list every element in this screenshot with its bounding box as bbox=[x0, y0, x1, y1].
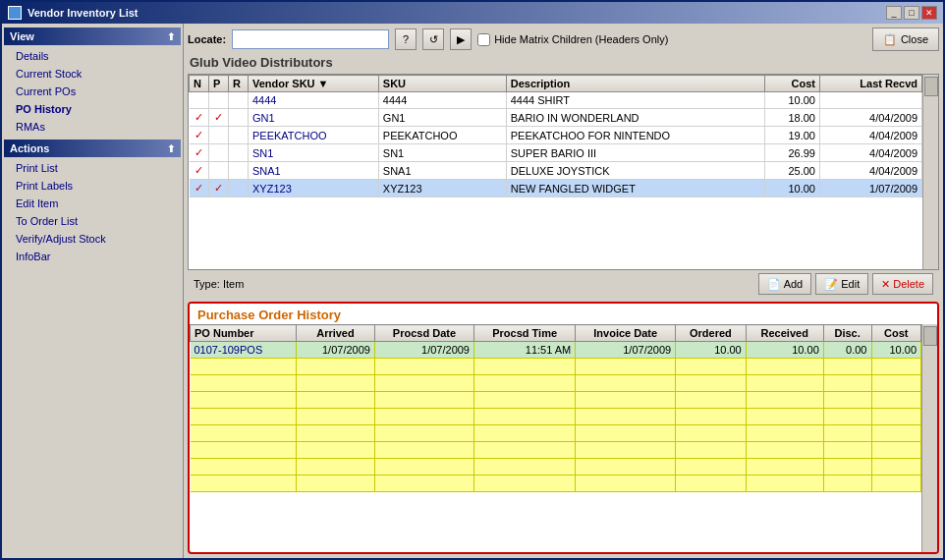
col-r[interactable]: R bbox=[229, 76, 249, 92]
cell-r bbox=[229, 92, 249, 109]
close-label: Close bbox=[901, 33, 928, 45]
po-col-cost[interactable]: Cost bbox=[871, 325, 921, 342]
po-col-procsd-time[interactable]: Procsd Time bbox=[473, 325, 575, 342]
main-panel: Locate: ? ↺ ▶ Hide Matrix Children (Head… bbox=[184, 24, 943, 558]
add-button[interactable]: 📄 Add bbox=[758, 273, 812, 295]
refresh-button[interactable]: ↺ bbox=[422, 28, 444, 50]
cell-r bbox=[229, 127, 249, 144]
sidebar-item-print-labels[interactable]: Print Labels bbox=[4, 177, 181, 195]
sidebar-item-current-stock[interactable]: Current Stock bbox=[4, 65, 181, 83]
po-cell-number: 0107-109POS bbox=[191, 342, 297, 359]
sidebar-item-details[interactable]: Details bbox=[4, 47, 181, 65]
po-table-row[interactable]: 0107-109POS 1/07/2009 1/07/2009 11:51 AM… bbox=[191, 342, 921, 359]
cell-n: ✓ bbox=[190, 144, 209, 162]
hide-matrix-checkbox[interactable] bbox=[477, 33, 490, 46]
cell-last-recvd: 4/04/2009 bbox=[819, 162, 921, 180]
type-label: Type: Item bbox=[194, 278, 244, 290]
toolbar: Locate: ? ↺ ▶ Hide Matrix Children (Head… bbox=[188, 28, 939, 51]
sidebar-item-current-pos[interactable]: Current POs bbox=[4, 83, 181, 100]
sidebar-item-po-history[interactable]: PO History bbox=[4, 100, 181, 118]
cell-p: ✓ bbox=[209, 180, 229, 197]
cell-p bbox=[209, 144, 229, 162]
table-row[interactable]: ✓ SN1 SN1 SUPER BARIO III 26.99 4/04/200… bbox=[190, 144, 922, 162]
cell-last-recvd: 1/07/2009 bbox=[819, 180, 921, 197]
cell-r bbox=[229, 162, 249, 180]
view-section-label: View bbox=[10, 30, 34, 42]
po-col-arrived[interactable]: Arrived bbox=[296, 325, 374, 342]
minimize-button[interactable]: _ bbox=[886, 6, 902, 20]
po-cell-disc: 0.00 bbox=[823, 342, 871, 359]
sidebar-item-verify-adjust[interactable]: Verify/Adjust Stock bbox=[4, 230, 181, 248]
window-controls: _ □ ✕ bbox=[886, 6, 937, 20]
po-col-number[interactable]: PO Number bbox=[191, 325, 297, 342]
cell-cost: 18.00 bbox=[764, 109, 819, 127]
action-button[interactable]: ▶ bbox=[450, 28, 472, 50]
table-row[interactable]: ✓ ✓ XYZ123 XYZ123 NEW FANGLED WIDGET 10.… bbox=[190, 180, 922, 197]
sidebar-item-edit-item[interactable]: Edit Item bbox=[4, 195, 181, 212]
table-row[interactable]: 4444 4444 4444 SHIRT 10.00 bbox=[190, 92, 922, 109]
inventory-table: N P R Vendor SKU ▼ SKU Description Cost … bbox=[189, 75, 922, 197]
po-cell-arrived: 1/07/2009 bbox=[296, 342, 374, 359]
po-col-invoice-date[interactable]: Invoice Date bbox=[576, 325, 676, 342]
sidebar-item-print-list[interactable]: Print List bbox=[4, 159, 181, 177]
cell-r bbox=[229, 144, 249, 162]
cell-n: ✓ bbox=[190, 109, 209, 127]
cell-cost: 25.00 bbox=[764, 162, 819, 180]
inventory-scrollbar[interactable] bbox=[922, 75, 938, 269]
cell-last-recvd: 4/04/2009 bbox=[819, 144, 921, 162]
window-icon bbox=[8, 6, 22, 20]
edit-button[interactable]: 📝 Edit bbox=[815, 273, 868, 295]
po-cell-procsd-date: 1/07/2009 bbox=[374, 342, 473, 359]
cell-vendor-sku: 4444 bbox=[249, 92, 379, 109]
cell-p bbox=[209, 162, 229, 180]
table-row[interactable]: ✓ ✓ GN1 GN1 BARIO IN WONDERLAND 18.00 4/… bbox=[190, 109, 922, 127]
po-cell-ordered: 10.00 bbox=[676, 342, 747, 359]
close-window-button[interactable]: ✕ bbox=[921, 6, 937, 20]
cell-n bbox=[190, 92, 209, 109]
col-last-recvd[interactable]: Last Recvd bbox=[819, 76, 921, 92]
po-col-disc[interactable]: Disc. bbox=[823, 325, 871, 342]
po-col-procsd-date[interactable]: Procsd Date bbox=[374, 325, 473, 342]
view-section-header[interactable]: View ⬆ bbox=[4, 28, 181, 45]
window-title: Vendor Inventory List bbox=[28, 7, 138, 19]
cell-n: ✓ bbox=[190, 180, 209, 197]
cell-vendor-sku: XYZ123 bbox=[249, 180, 379, 197]
cell-r bbox=[229, 180, 249, 197]
close-button[interactable]: 📋 Close bbox=[872, 28, 939, 51]
po-col-ordered[interactable]: Ordered bbox=[676, 325, 747, 342]
po-col-received[interactable]: Received bbox=[746, 325, 823, 342]
cell-p: ✓ bbox=[209, 109, 229, 127]
col-cost[interactable]: Cost bbox=[764, 76, 819, 92]
col-description[interactable]: Description bbox=[506, 76, 764, 92]
col-n[interactable]: N bbox=[190, 76, 209, 92]
cell-cost: 26.99 bbox=[764, 144, 819, 162]
po-cell-procsd-time: 11:51 AM bbox=[473, 342, 575, 359]
po-scrollbar[interactable] bbox=[921, 324, 937, 552]
actions-section-header[interactable]: Actions ⬆ bbox=[4, 140, 181, 157]
col-vendor-sku[interactable]: Vendor SKU ▼ bbox=[249, 76, 379, 92]
table-row[interactable]: ✓ PEEKATCHOO PEEKATCHOO PEEKATCHOO FOR N… bbox=[190, 127, 922, 144]
po-empty-row bbox=[191, 409, 921, 425]
cell-vendor-sku: SNA1 bbox=[249, 162, 379, 180]
cell-last-recvd bbox=[819, 92, 921, 109]
cell-r bbox=[229, 109, 249, 127]
cell-sku: SNA1 bbox=[378, 162, 506, 180]
view-chevron-icon: ⬆ bbox=[167, 31, 175, 42]
sidebar-item-to-order-list[interactable]: To Order List bbox=[4, 212, 181, 230]
sidebar: View ⬆ Details Current Stock Current POs… bbox=[2, 24, 184, 558]
col-sku[interactable]: SKU bbox=[378, 76, 506, 92]
maximize-button[interactable]: □ bbox=[904, 6, 919, 20]
cell-description: BARIO IN WONDERLAND bbox=[506, 109, 764, 127]
cell-description: SUPER BARIO III bbox=[506, 144, 764, 162]
delete-button[interactable]: ✕ Delete bbox=[872, 273, 933, 295]
help-button[interactable]: ? bbox=[395, 28, 417, 50]
locate-input[interactable] bbox=[232, 29, 389, 49]
sidebar-item-infobar[interactable]: InfoBar bbox=[4, 248, 181, 265]
cell-sku: GN1 bbox=[378, 109, 506, 127]
col-p[interactable]: P bbox=[209, 76, 229, 92]
cell-cost: 10.00 bbox=[764, 180, 819, 197]
sidebar-item-rmas[interactable]: RMAs bbox=[4, 118, 181, 136]
cell-sku: PEEKATCHOO bbox=[378, 127, 506, 144]
table-row[interactable]: ✓ SNA1 SNA1 DELUXE JOYSTICK 25.00 4/04/2… bbox=[190, 162, 922, 180]
po-empty-row bbox=[191, 476, 921, 492]
